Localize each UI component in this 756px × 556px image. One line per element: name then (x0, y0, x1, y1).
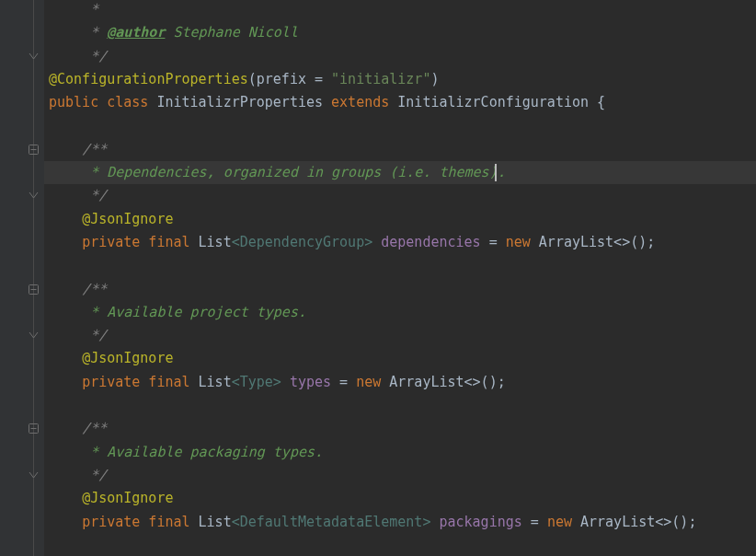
code-line[interactable]: private final List<DependencyGroup> depe… (49, 231, 756, 254)
token: * Dependencies, organized in groups (i.e… (82, 164, 506, 180)
code-line[interactable]: * Dependencies, organized in groups (i.e… (49, 161, 756, 184)
fold-close-icon[interactable] (29, 330, 39, 341)
token: @JsonIgnore (82, 211, 173, 227)
code-line[interactable] (49, 534, 756, 556)
fold-close-icon[interactable] (29, 191, 39, 201)
token: ) (430, 71, 439, 87)
token: "initializr" (331, 71, 430, 87)
code-line[interactable]: */ (49, 464, 756, 487)
token: */ (82, 467, 107, 483)
code-line[interactable]: @JsonIgnore (49, 347, 756, 370)
token: ArrayList<>(); (580, 514, 696, 530)
token: ( (248, 71, 257, 87)
editor-gutter (0, 0, 44, 556)
code-line[interactable]: * @author Stephane Nicoll (49, 21, 756, 44)
token: packagings (439, 514, 521, 530)
fold-open-icon[interactable] (29, 145, 39, 155)
code-line[interactable]: */ (49, 45, 756, 68)
code-line[interactable]: /** (49, 138, 756, 161)
token: ArrayList<>(); (539, 234, 655, 250)
token: private final (82, 374, 198, 390)
token: <Type> (232, 374, 281, 390)
token: new (356, 374, 389, 390)
code-line[interactable]: private final List<DefaultMetadataElemen… (49, 511, 756, 534)
token: */ (82, 187, 107, 203)
fold-close-icon[interactable] (29, 52, 39, 62)
code-line[interactable]: @JsonIgnore (49, 487, 756, 510)
token: * (82, 24, 107, 41)
token: prefix = (257, 71, 331, 87)
token: dependencies (381, 234, 480, 250)
token (372, 234, 381, 250)
token: @author (107, 24, 165, 41)
token: new (547, 514, 580, 530)
code-line[interactable]: * Available project types. (49, 301, 756, 324)
code-line[interactable]: * (49, 0, 756, 21)
code-line[interactable]: /** (49, 278, 756, 301)
token: List (199, 234, 232, 250)
token: private final (82, 234, 198, 250)
token: */ (82, 48, 107, 64)
code-line[interactable]: /** (49, 417, 756, 440)
token: = (331, 374, 356, 390)
token: = (522, 514, 547, 530)
token: private final (82, 514, 198, 530)
code-line[interactable]: */ (49, 324, 756, 347)
fold-open-icon[interactable] (29, 423, 39, 434)
token: public class (49, 94, 156, 110)
token: ArrayList<>(); (389, 374, 505, 390)
fold-open-icon[interactable] (29, 284, 39, 295)
token: /** (82, 281, 107, 297)
code-line[interactable]: @ConfigurationProperties(prefix = "initi… (49, 68, 756, 91)
token: * Available packaging types. (82, 444, 323, 460)
text-caret (495, 164, 497, 181)
token: <DependencyGroup> (232, 234, 373, 250)
token: @JsonIgnore (82, 350, 173, 366)
token: InitializrConfiguration { (397, 94, 605, 110)
token: @JsonIgnore (82, 490, 173, 506)
code-line[interactable]: * Available packaging types. (49, 441, 756, 464)
token: InitializrProperties (156, 94, 331, 110)
token: <DefaultMetadataElement> (232, 514, 431, 530)
fold-close-icon[interactable] (29, 470, 39, 481)
code-line[interactable] (49, 114, 756, 137)
code-line[interactable]: public class InitializrProperties extend… (49, 91, 756, 114)
code-line[interactable]: private final List<Type> types = new Arr… (49, 371, 756, 394)
editor-code-area[interactable]: * * @author Stephane Nicoll */@Configura… (44, 0, 756, 556)
token: */ (82, 327, 107, 343)
code-line[interactable]: */ (49, 184, 756, 207)
token: = (481, 234, 506, 250)
code-line[interactable]: @JsonIgnore (49, 208, 756, 231)
code-line[interactable] (49, 254, 756, 277)
token: List (199, 514, 232, 530)
token: extends (331, 94, 397, 110)
token (281, 374, 290, 390)
token: /** (82, 420, 107, 436)
token: new (506, 234, 539, 250)
token: List (199, 374, 232, 390)
token: * (82, 1, 98, 17)
token: types (290, 374, 331, 390)
code-line[interactable] (49, 394, 756, 417)
token: * Available project types. (82, 304, 306, 320)
token: Stephane Nicoll (165, 24, 298, 41)
token: @ConfigurationProperties (49, 71, 248, 87)
token: /** (82, 141, 107, 157)
